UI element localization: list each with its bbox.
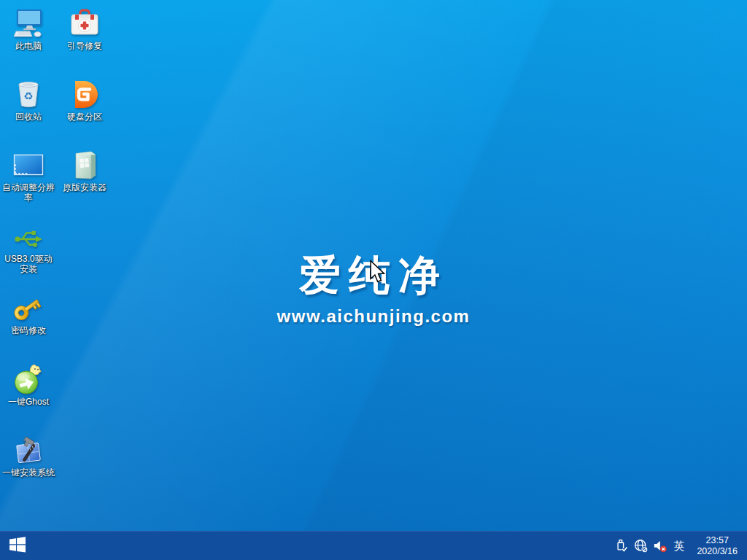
- volume-muted-icon[interactable]: [652, 538, 667, 553]
- desktop-icon-boot-repair[interactable]: 引导修复: [57, 7, 112, 51]
- display-icon: [12, 149, 44, 181]
- ghost-sphere-icon: [12, 363, 44, 395]
- desktop: 此电脑 引导修复 ♻ 回收站: [0, 0, 747, 531]
- this-pc-icon: [12, 7, 44, 39]
- mouse-cursor: [369, 260, 385, 286]
- icon-label: 自动调整分辨率: [1, 182, 56, 203]
- icon-label: 硬盘分区: [57, 112, 112, 122]
- desktop-icon-disk-partition[interactable]: 硬盘分区: [57, 78, 112, 122]
- desktop-icon-original-installer[interactable]: 原版安装器: [57, 149, 112, 192]
- desktop-icon-password-change[interactable]: 密码修改: [1, 292, 56, 335]
- desktop-icon-this-pc[interactable]: 此电脑: [1, 7, 56, 51]
- desktop-icon-usb3-driver[interactable]: USB3.0驱动安装: [1, 220, 56, 274]
- icon-label: 密码修改: [1, 325, 56, 335]
- software-box-icon: [69, 149, 101, 181]
- network-offline-icon[interactable]: [633, 538, 649, 553]
- watermark-url: www.aichunjing.com: [277, 306, 471, 327]
- desktop-icon-onekey-ghost[interactable]: 一键Ghost: [1, 363, 56, 407]
- clock-date: 2020/3/16: [697, 546, 738, 557]
- system-tray: 英 23:57 2020/3/16: [614, 535, 747, 557]
- start-button[interactable]: [0, 532, 35, 560]
- watermark-title: 爱纯净: [277, 248, 471, 304]
- desktop-icon-onekey-install[interactable]: 一键安装系统: [1, 434, 56, 478]
- icon-label: 回收站: [1, 112, 56, 122]
- key-icon: [12, 292, 44, 324]
- hammer-setup-icon: [12, 434, 44, 466]
- windows-logo-icon: [9, 537, 26, 556]
- language-indicator[interactable]: 英: [671, 538, 686, 553]
- usb-device-icon[interactable]: [614, 538, 630, 553]
- taskbar-clock[interactable]: 23:57 2020/3/16: [694, 535, 740, 557]
- taskbar: 英 23:57 2020/3/16: [0, 531, 747, 560]
- icon-label: 一键安装系统: [1, 467, 56, 478]
- recycle-bin-icon: ♻: [12, 78, 44, 110]
- wallpaper-watermark: 爱纯净 www.aichunjing.com: [277, 248, 471, 327]
- usb-connector-icon: [12, 220, 44, 252]
- icon-label: 此电脑: [1, 41, 56, 51]
- icon-label: 引导修复: [57, 41, 112, 51]
- icon-label: USB3.0驱动安装: [1, 254, 56, 274]
- svg-text:♻: ♻: [23, 90, 33, 103]
- icon-label: 一键Ghost: [1, 397, 56, 407]
- diskgenius-icon: [69, 78, 101, 110]
- clock-time: 23:57: [706, 535, 729, 546]
- first-aid-kit-icon: [69, 7, 101, 39]
- icon-label: 原版安装器: [57, 182, 112, 192]
- desktop-icon-auto-resolution[interactable]: 自动调整分辨率: [1, 149, 56, 203]
- desktop-icon-recycle-bin[interactable]: ♻ 回收站: [1, 78, 56, 122]
